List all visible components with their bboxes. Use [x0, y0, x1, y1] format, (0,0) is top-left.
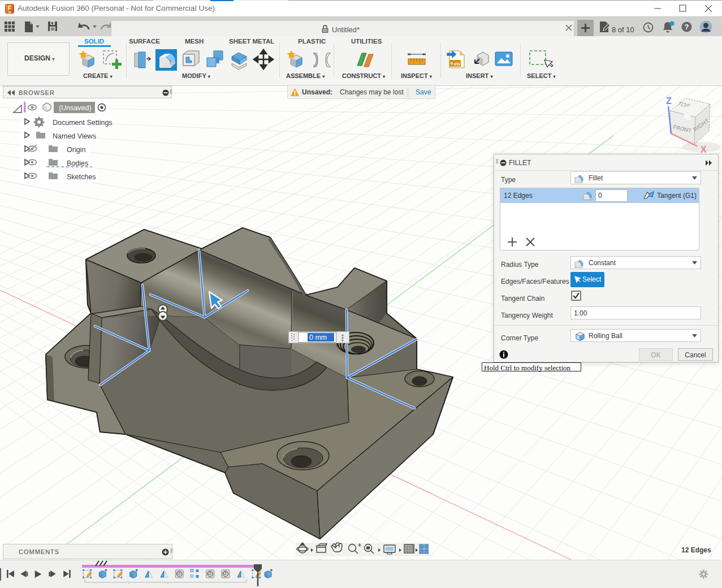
svg-text:Origin: Origin: [67, 146, 85, 154]
svg-text:F: F: [8, 5, 11, 11]
svg-text:(Unsaved): (Unsaved): [59, 104, 92, 112]
svg-text:Sketches: Sketches: [67, 173, 96, 181]
svg-text:360: 360: [8, 11, 11, 14]
svg-text:Z: Z: [666, 96, 672, 106]
svg-text:?: ?: [685, 23, 689, 31]
svg-text:Document Settings: Document Settings: [53, 119, 113, 127]
svg-text:Bodies: Bodies: [67, 159, 88, 167]
svg-text:X: X: [701, 145, 707, 154]
svg-text:Named Views: Named Views: [53, 132, 96, 140]
